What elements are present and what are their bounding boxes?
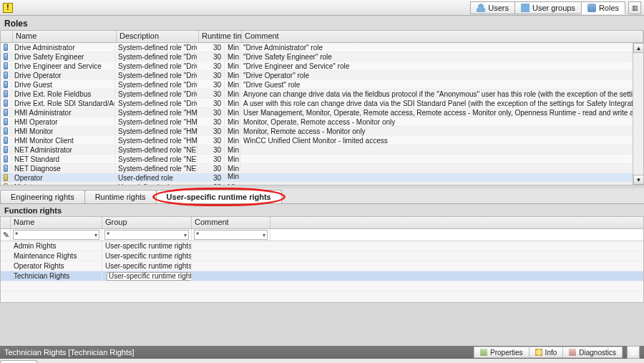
role-icon xyxy=(4,109,8,116)
fr-col-group[interactable]: Group xyxy=(102,217,192,228)
tab-runtime-rights[interactable]: Runtime rights xyxy=(84,190,157,203)
fr-filter-row: ✎ * * * xyxy=(1,229,643,241)
table-row[interactable]: Drive GuestSystem-defined role "Drive Gu… xyxy=(1,80,643,89)
role-icon xyxy=(4,62,8,69)
table-row[interactable]: Drive Ext. Role FieldbusSystem-defined r… xyxy=(1,89,643,99)
top-toolbar: ! Users User groups Roles ▥ xyxy=(0,0,644,16)
table-row[interactable]: NET DiagnoseSystem-defined role "NET Dia… xyxy=(1,164,643,173)
table-row[interactable]: MaintenanceUser-defined role30Min xyxy=(1,183,643,185)
list-item[interactable]: Maintenance RightsUser-specific runtime … xyxy=(1,251,643,261)
col-name[interactable]: Name xyxy=(13,31,117,42)
diagnostics-icon xyxy=(569,349,576,356)
roles-grid-header: Name Description Runtime timeout Comment xyxy=(1,31,643,43)
detail-title: Technician Rights [Technician Rights] xyxy=(4,348,135,357)
table-row[interactable]: HMI AdministratorSystem-defined role "HM… xyxy=(1,108,643,117)
add-new-right-row[interactable] xyxy=(1,281,643,291)
user-groups-tab[interactable]: User groups xyxy=(514,1,582,14)
role-icon xyxy=(4,174,8,181)
table-row[interactable]: OperatorUser-defined role30Min▲▼ xyxy=(1,173,643,183)
fr-filter-name[interactable]: * xyxy=(11,229,102,241)
fr-col-comment[interactable]: Comment xyxy=(192,217,270,228)
table-row[interactable]: Drive Engineer and ServiceSystem-defined… xyxy=(1,62,643,71)
role-icon xyxy=(4,90,8,97)
roles-tab[interactable]: Roles xyxy=(581,1,625,14)
function-rights-header: Name Group Comment xyxy=(1,217,643,229)
role-icon xyxy=(4,127,8,135)
fr-col-name[interactable]: Name xyxy=(11,217,102,228)
function-rights-grid: Name Group Comment ✎ * * * Admin RightsU… xyxy=(0,216,644,303)
list-item[interactable]: Technician RightsUser-specific runtime r… xyxy=(1,271,643,281)
role-icon xyxy=(4,146,8,153)
users-tab[interactable]: Users xyxy=(470,1,515,14)
properties-icon xyxy=(480,349,487,356)
groups-icon xyxy=(521,4,530,12)
list-item[interactable]: Operator RightsUser-specific runtime rig… xyxy=(1,261,643,271)
role-icon xyxy=(4,53,8,60)
roles-grid: Name Description Runtime timeout Comment… xyxy=(0,30,644,185)
roles-panel-title: Roles xyxy=(0,16,644,30)
group-dropdown[interactable]: User-specific runtime rights xyxy=(107,272,192,281)
col-comment[interactable]: Comment xyxy=(242,31,643,42)
table-row[interactable]: NET StandardSystem-defined role "NET Sta… xyxy=(1,155,643,164)
warning-icon: ! xyxy=(3,3,13,13)
tab-user-specific-runtime-rights[interactable]: User-specific runtime rights xyxy=(156,190,282,203)
role-icon xyxy=(4,137,8,144)
table-row[interactable]: Drive Ext. Role SDI Standard/AdvSystem-d… xyxy=(1,99,643,108)
roles-grid-body: Drive AdministratorSystem-defined role "… xyxy=(1,43,643,185)
roles-icon xyxy=(587,4,596,12)
diagnostics-button[interactable]: Diagnostics xyxy=(562,347,623,358)
table-row[interactable]: HMI OperatorSystem-defined role "HMI Ope… xyxy=(1,117,643,127)
role-icon xyxy=(4,155,8,163)
detail-header: Technician Rights [Technician Rights] Pr… xyxy=(0,346,644,359)
rights-tabs: Engineering rights Runtime rights User-s… xyxy=(0,188,644,204)
role-icon xyxy=(4,118,8,125)
role-icon xyxy=(4,72,8,79)
tab-texts[interactable]: Texts xyxy=(0,360,37,363)
detail-options-button[interactable]: ▥ xyxy=(627,346,640,359)
role-icon xyxy=(4,44,8,51)
function-rights-body: Admin RightsUser-specific runtime rights… xyxy=(1,241,643,302)
col-description[interactable]: Description xyxy=(117,31,199,42)
role-icon xyxy=(4,165,8,172)
role-icon xyxy=(4,100,8,107)
role-icon xyxy=(4,183,8,185)
roles-tab-label: Roles xyxy=(599,4,619,12)
table-row[interactable]: HMI MonitorSystem-defined role "HMI Moni… xyxy=(1,127,643,136)
fr-filter-group[interactable]: * xyxy=(102,229,192,241)
info-icon xyxy=(535,349,542,356)
fr-filter-comment[interactable]: * xyxy=(192,229,270,241)
users-tab-label: Users xyxy=(488,4,509,12)
scroll-down-button[interactable]: ▼ xyxy=(633,175,643,185)
panel-options-button[interactable]: ▥ xyxy=(628,1,641,14)
col-runtime-timeout[interactable]: Runtime timeout xyxy=(199,31,242,42)
table-row[interactable]: NET AdministratorSystem-defined role "NE… xyxy=(1,145,643,155)
info-button[interactable]: Info xyxy=(529,347,564,358)
role-icon xyxy=(4,81,8,88)
tab-engineering-rights[interactable]: Engineering rights xyxy=(0,190,85,203)
user-icon xyxy=(477,4,485,12)
table-row[interactable]: Drive Safety EngineerSystem-defined role… xyxy=(1,52,643,62)
table-row[interactable]: Drive OperatorSystem-defined role "Drive… xyxy=(1,71,643,80)
scroll-up-button[interactable]: ▲ xyxy=(633,43,643,53)
user-groups-tab-label: User groups xyxy=(532,4,575,12)
list-item[interactable]: Admin RightsUser-specific runtime rights xyxy=(1,241,643,251)
table-row[interactable]: HMI Monitor ClientSystem-defined role "H… xyxy=(1,136,643,145)
properties-button[interactable]: Properties xyxy=(474,347,530,358)
texts-tabs: Texts xyxy=(0,359,644,363)
function-rights-title: Function rights xyxy=(0,204,644,216)
roles-vertical-scrollbar[interactable]: ▲ ▼ xyxy=(633,43,643,185)
table-row[interactable]: Drive AdministratorSystem-defined role "… xyxy=(1,43,643,52)
